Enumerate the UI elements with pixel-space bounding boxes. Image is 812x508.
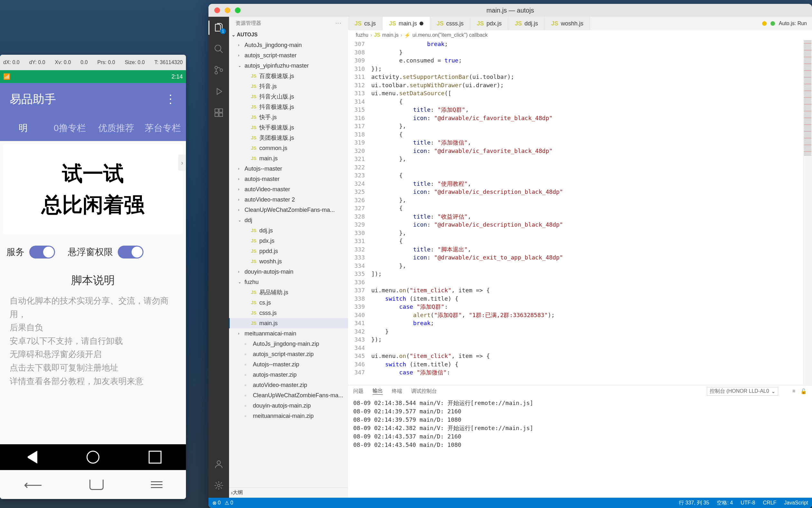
file-item[interactable]: ▫AutoJs_jingdong-main.zip — [229, 339, 348, 349]
panel-tab-output[interactable]: 输出 — [373, 388, 383, 395]
service-toggle[interactable] — [29, 246, 55, 258]
file-item[interactable]: JSmain.js — [229, 153, 348, 164]
warnings-item[interactable]: ⚠ 0 — [225, 500, 233, 506]
folder-item[interactable]: ›CleanUpWeChatZombieFans-ma... — [229, 205, 348, 215]
breadcrumb-item[interactable]: ui.menu.on("item_click") callback — [413, 32, 488, 38]
banner: 试一试 总比闲着强 — [3, 144, 183, 235]
folder-item[interactable]: ›AutoJs_jingdong-main — [229, 40, 348, 50]
menu-icon[interactable]: ⋮ — [165, 92, 176, 106]
editor-tab[interactable]: JSpdx.js — [470, 17, 508, 30]
cursor-position[interactable]: 行 337, 列 35 — [679, 500, 709, 506]
file-item[interactable]: JScs.js — [229, 297, 348, 308]
breadcrumb[interactable]: fuzhu › JS main.js › ⚡ ui.menu.on("item_… — [348, 30, 812, 40]
code-content[interactable]: break; } e.consumed = true;});activity.s… — [371, 40, 803, 385]
settings-icon[interactable] — [213, 480, 225, 491]
breadcrumb-item[interactable]: main.js — [382, 32, 398, 38]
file-item[interactable]: ▫meituanmaicai-main.zip — [229, 411, 348, 421]
file-item[interactable]: JS快手极速版.js — [229, 122, 348, 133]
search-icon[interactable] — [213, 43, 225, 55]
folder-item[interactable]: ›Autojs--master — [229, 164, 348, 174]
scroll-hint[interactable]: › — [178, 155, 186, 171]
file-item[interactable]: JS美团极速版.js — [229, 133, 348, 143]
sidebar-header: 资源管理器 ··· — [229, 17, 348, 30]
file-item[interactable]: ▫autoVideo-master.zip — [229, 380, 348, 390]
lock-icon[interactable]: 🔓 — [800, 388, 807, 394]
maximize-window-icon[interactable] — [235, 7, 241, 13]
folder-item[interactable]: ⌄autojs_yipinfuzhu-master — [229, 60, 348, 71]
explorer-icon[interactable]: 1 — [213, 22, 225, 34]
panel-tab-problems[interactable]: 问题 — [353, 388, 364, 395]
file-item[interactable]: ▫CleanUpWeChatZombieFans-ma... — [229, 390, 348, 400]
soft-home-icon[interactable] — [89, 480, 104, 490]
indentation[interactable]: 空格: 4 — [717, 500, 733, 506]
clear-icon[interactable]: ≡ — [793, 388, 795, 394]
home-button[interactable] — [87, 451, 99, 464]
overlay-toggle[interactable] — [118, 246, 143, 258]
project-section[interactable]: ⌄ AUTOJS — [229, 30, 348, 40]
editor-tab[interactable]: JSddj.js — [508, 17, 545, 30]
soft-back-icon[interactable]: ⟵ — [24, 477, 42, 492]
folder-item[interactable]: ›autoVideo-master 2 — [229, 195, 348, 205]
source-control-icon[interactable] — [213, 65, 225, 76]
file-item[interactable]: ▫autojs_script-master.zip — [229, 349, 348, 359]
file-item[interactable]: JSppdd.js — [229, 246, 348, 256]
file-tree[interactable]: ›AutoJs_jingdong-main›autojs_script-mast… — [229, 40, 348, 488]
folder-item[interactable]: ⌄ddj — [229, 215, 348, 225]
panel-tab-debug[interactable]: 调试控制台 — [411, 388, 437, 395]
tab-item[interactable]: 茅台专栏 — [140, 116, 186, 141]
folder-item[interactable]: ›autojs-master — [229, 174, 348, 184]
editor-tab[interactable]: JScsss.js — [430, 17, 470, 30]
panel-tab-terminal[interactable]: 终端 — [392, 388, 402, 395]
file-item[interactable]: ▫autojs-master.zip — [229, 370, 348, 380]
code-editor[interactable]: 3073083093103113123133143153163173183193… — [348, 40, 812, 385]
editor-tab[interactable]: JSmain.js — [383, 17, 430, 30]
soft-menu-icon[interactable] — [151, 481, 162, 488]
file-name: autojs-master.zip — [253, 372, 297, 378]
file-item[interactable]: JS抖音火山版.js — [229, 91, 348, 102]
extensions-icon[interactable] — [213, 107, 225, 119]
file-item[interactable]: JS抖音.js — [229, 81, 348, 91]
titlebar[interactable]: main.js — autojs — [208, 4, 812, 17]
file-item[interactable]: JSmain.js — [229, 318, 348, 328]
file-item[interactable]: JSpdx.js — [229, 236, 348, 246]
back-button[interactable] — [25, 451, 37, 464]
file-item[interactable]: ▫Autojs--master.zip — [229, 359, 348, 370]
sidebar-actions-icon[interactable]: ··· — [336, 20, 342, 26]
tab-item[interactable]: 明 — [0, 116, 47, 141]
chevron-icon: › — [238, 269, 243, 274]
file-item[interactable]: JSddj.js — [229, 225, 348, 236]
errors-item[interactable]: ⊗ 0 — [212, 500, 221, 506]
file-item[interactable]: JScommon.js — [229, 143, 348, 153]
outline-section[interactable]: › 大纲 — [229, 488, 348, 498]
minimize-window-icon[interactable] — [225, 7, 230, 13]
file-item[interactable]: JS百度极速版.js — [229, 71, 348, 81]
file-item[interactable]: JSwoshh.js — [229, 256, 348, 266]
editor-tab[interactable]: JScs.js — [348, 17, 383, 30]
folder-item[interactable]: ⌄fuzhu — [229, 277, 348, 287]
account-icon[interactable] — [213, 458, 225, 470]
recents-button[interactable] — [149, 451, 161, 464]
output-content[interactable]: 08-09 02:14:38.544 main/V: 开始运行[remote:/… — [348, 397, 812, 498]
minimap[interactable] — [803, 40, 812, 385]
folder-item[interactable]: ›autoVideo-master — [229, 184, 348, 195]
chevron-icon: › — [238, 187, 243, 192]
folder-item[interactable]: ›douyin-autojs-main — [229, 266, 348, 277]
folder-item[interactable]: ›meituanmaicai-main — [229, 328, 348, 339]
file-item[interactable]: JS快手.js — [229, 112, 348, 122]
file-item[interactable]: ▫douyin-autojs-main.zip — [229, 400, 348, 411]
tab-item[interactable]: 优质推荐 — [93, 116, 140, 141]
language-mode[interactable]: JavaScript — [784, 500, 808, 506]
breadcrumb-item[interactable]: fuzhu — [356, 32, 368, 38]
encoding[interactable]: UTF-8 — [741, 500, 755, 506]
editor-tab[interactable]: JSwoshh.js — [545, 17, 590, 30]
close-window-icon[interactable] — [214, 7, 220, 13]
folder-item[interactable]: ›autojs_script-master — [229, 50, 348, 60]
debug-icon[interactable] — [213, 86, 225, 97]
file-item[interactable]: JS易品辅助.js — [229, 287, 348, 297]
output-selector[interactable]: 控制台 (HONOR LLD-AL0 ⌄ — [707, 387, 778, 396]
run-label[interactable]: Auto.js: Run — [779, 20, 807, 27]
eol[interactable]: CRLF — [763, 500, 777, 506]
file-item[interactable]: JScsss.js — [229, 308, 348, 318]
tab-item[interactable]: 0撸专栏 — [47, 116, 93, 141]
file-item[interactable]: JS抖音极速版.js — [229, 102, 348, 112]
